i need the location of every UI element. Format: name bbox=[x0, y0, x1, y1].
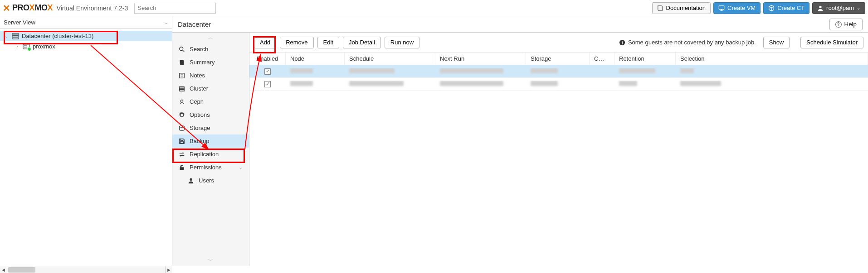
run-now-button[interactable]: Run now bbox=[385, 37, 419, 48]
view-label: Server View bbox=[4, 19, 35, 26]
backup-grid-header: Enabled Node Schedule Next Run Storage C… bbox=[249, 53, 868, 65]
svg-rect-0 bbox=[719, 5, 724, 9]
svg-point-1 bbox=[819, 5, 821, 8]
edit-button[interactable]: Edit bbox=[317, 37, 339, 48]
col-node[interactable]: Node bbox=[286, 53, 345, 65]
menu-label: Storage bbox=[190, 125, 210, 131]
menu-item-storage[interactable]: Storage bbox=[172, 121, 249, 134]
documentation-button[interactable]: Documentation bbox=[652, 2, 711, 14]
chevron-right-icon[interactable]: › bbox=[15, 44, 20, 49]
svg-rect-10 bbox=[180, 73, 185, 78]
logo-x-icon: ✕ bbox=[3, 3, 10, 14]
menu-item-notes[interactable]: Notes bbox=[172, 69, 249, 82]
view-selector[interactable]: Server View ⌄ bbox=[0, 16, 172, 29]
product-version: Virtual Environment 7.2-3 bbox=[57, 5, 128, 12]
svg-point-8 bbox=[180, 47, 183, 50]
job-detail-button[interactable]: Job Detail bbox=[343, 37, 381, 48]
content-header: Datacenter ? Help bbox=[172, 16, 868, 33]
menu-item-options[interactable]: Options bbox=[172, 108, 249, 121]
warning-text: Some guests are not covered by any backu… bbox=[628, 39, 756, 46]
tree-item-label: proxmox bbox=[33, 43, 55, 50]
col-selection[interactable]: Selection bbox=[676, 53, 868, 65]
chevron-down-icon[interactable]: ⌄ bbox=[4, 34, 9, 38]
status-ok-badge bbox=[27, 47, 31, 51]
info-icon bbox=[619, 39, 625, 46]
menu-label: Options bbox=[190, 111, 210, 118]
tree-item-node[interactable]: › proxmox bbox=[0, 41, 172, 52]
svg-point-16 bbox=[180, 100, 183, 102]
user-icon bbox=[188, 177, 194, 184]
menu-item-backup[interactable]: Backup bbox=[172, 134, 249, 148]
datacenter-icon bbox=[12, 33, 19, 39]
menu-item-cluster[interactable]: Cluster bbox=[172, 82, 249, 95]
col-next-run[interactable]: Next Run bbox=[435, 53, 526, 65]
page-title: Datacenter bbox=[178, 20, 211, 28]
menu-label: Ceph bbox=[190, 98, 204, 105]
show-button[interactable]: Show bbox=[763, 37, 790, 48]
logo: ✕ PROXMOX bbox=[3, 3, 53, 14]
scroll-up-arrow[interactable]: ︿ bbox=[172, 33, 249, 43]
menu-label: Users bbox=[199, 177, 214, 184]
node-icon bbox=[23, 43, 30, 50]
col-enabled[interactable]: Enabled bbox=[249, 53, 286, 65]
scroll-left-arrow[interactable]: ◄ bbox=[0, 266, 7, 273]
col-storage[interactable]: Storage bbox=[526, 53, 590, 65]
book-icon bbox=[657, 5, 663, 11]
horizontal-scrollbar[interactable]: ◄ ► bbox=[0, 266, 172, 273]
svg-rect-23 bbox=[622, 41, 623, 42]
svg-rect-2 bbox=[12, 34, 19, 35]
svg-rect-15 bbox=[180, 90, 185, 91]
svg-rect-4 bbox=[12, 38, 19, 39]
help-button[interactable]: ? Help bbox=[829, 19, 863, 30]
menu-label: Search bbox=[190, 46, 208, 53]
note-icon bbox=[179, 72, 185, 79]
menu-label: Cluster bbox=[190, 85, 208, 92]
monitor-icon bbox=[718, 5, 725, 11]
config-menu: ︿ Search Summary Notes bbox=[172, 33, 249, 266]
svg-rect-13 bbox=[180, 86, 185, 88]
ceph-icon bbox=[179, 99, 185, 105]
backup-panel: Add Remove Edit Job Detail Run now Some … bbox=[249, 33, 868, 266]
menu-label: Backup bbox=[190, 138, 209, 144]
svg-rect-3 bbox=[12, 35, 19, 37]
create-vm-button[interactable]: Create VM bbox=[713, 2, 761, 14]
table-row[interactable]: ✓ bbox=[249, 65, 868, 78]
col-c[interactable]: C… bbox=[590, 53, 614, 65]
menu-item-permissions[interactable]: Permissions ⌄ bbox=[172, 161, 249, 174]
storage-icon bbox=[179, 125, 185, 131]
svg-line-9 bbox=[183, 50, 185, 52]
backup-warning: Some guests are not covered by any backu… bbox=[619, 39, 756, 46]
col-schedule[interactable]: Schedule bbox=[345, 53, 435, 65]
col-retention[interactable]: Retention bbox=[614, 53, 676, 65]
resource-tree: ⌄ Datacenter (cluster-test-13) › proxmox bbox=[0, 29, 172, 266]
scroll-right-arrow[interactable]: ► bbox=[165, 266, 172, 273]
book-icon bbox=[179, 59, 185, 66]
backup-toolbar: Add Remove Edit Job Detail Run now Some … bbox=[249, 33, 868, 53]
create-ct-button[interactable]: Create CT bbox=[763, 2, 809, 14]
remove-button[interactable]: Remove bbox=[280, 37, 313, 48]
svg-rect-18 bbox=[180, 139, 183, 140]
svg-rect-22 bbox=[622, 42, 623, 44]
menu-item-summary[interactable]: Summary bbox=[172, 56, 249, 69]
global-search-input[interactable] bbox=[134, 3, 216, 14]
checkbox-checked-icon[interactable]: ✓ bbox=[264, 81, 271, 87]
svg-point-17 bbox=[180, 125, 185, 127]
help-icon: ? bbox=[835, 21, 842, 28]
menu-label: Summary bbox=[190, 59, 215, 66]
chevron-down-icon: ⌄ bbox=[164, 19, 168, 25]
scroll-down-arrow[interactable]: ﹀ bbox=[172, 256, 249, 266]
checkbox-checked-icon[interactable]: ✓ bbox=[264, 68, 271, 75]
add-button[interactable]: Add bbox=[254, 37, 276, 48]
menu-item-replication[interactable]: Replication bbox=[172, 148, 249, 161]
menu-item-users[interactable]: Users bbox=[172, 174, 249, 187]
tree-item-datacenter[interactable]: ⌄ Datacenter (cluster-test-13) bbox=[0, 31, 172, 41]
scroll-thumb[interactable] bbox=[8, 267, 35, 273]
schedule-simulator-button[interactable]: Schedule Simulator bbox=[800, 37, 863, 48]
user-menu-button[interactable]: root@pam ⌄ bbox=[812, 2, 865, 14]
tree-item-label: Datacenter (cluster-test-13) bbox=[22, 33, 93, 39]
svg-rect-19 bbox=[180, 141, 184, 143]
menu-item-ceph[interactable]: Ceph bbox=[172, 95, 249, 108]
table-row[interactable]: ✓ bbox=[249, 78, 868, 91]
menu-label: Notes bbox=[190, 72, 205, 79]
menu-item-search[interactable]: Search bbox=[172, 43, 249, 56]
